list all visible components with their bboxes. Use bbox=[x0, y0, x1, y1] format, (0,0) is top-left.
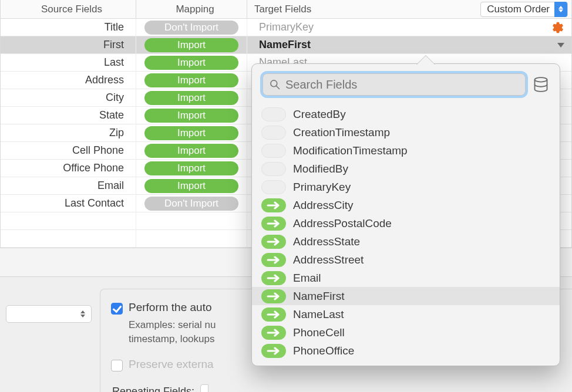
source-field-label: Cell Phone bbox=[1, 144, 136, 157]
repeating-fields-select[interactable] bbox=[200, 384, 208, 392]
source-field-label: Title bbox=[1, 21, 136, 33]
mapping-pill-cell: Import bbox=[136, 89, 247, 106]
mapped-arrow-icon bbox=[261, 217, 286, 231]
field-name-label: Email bbox=[293, 272, 321, 285]
search-icon bbox=[269, 79, 281, 90]
field-name-label: PhoneOffice bbox=[293, 344, 354, 357]
field-name-label: PhoneCell bbox=[293, 326, 345, 339]
mapping-row[interactable]: FirstImportNameFirst bbox=[1, 36, 571, 54]
repeating-fields-label: Repeating Fields: bbox=[112, 386, 194, 392]
field-name-label: NameLast bbox=[293, 308, 344, 321]
row-tail bbox=[542, 21, 571, 34]
target-field-popover: CreatedByCreationTimestampModificationTi… bbox=[251, 63, 560, 366]
field-name-label: AddressCity bbox=[293, 199, 353, 212]
unmapped-bullet-icon bbox=[261, 144, 286, 158]
unmapped-bullet-icon bbox=[261, 162, 286, 176]
unmapped-bullet-icon bbox=[261, 126, 286, 140]
field-name-label: NameFirst bbox=[293, 290, 345, 303]
source-field-label: First bbox=[1, 39, 136, 51]
field-search-box[interactable] bbox=[263, 73, 526, 96]
mapping-pill-cell: Import bbox=[136, 107, 247, 124]
field-list-item[interactable]: CreatedBy bbox=[252, 105, 560, 123]
field-list-item[interactable]: PhoneOffice bbox=[252, 342, 560, 360]
mapped-arrow-icon bbox=[261, 198, 286, 212]
mapped-arrow-icon bbox=[261, 344, 286, 358]
mapping-pill-cell: Import bbox=[136, 36, 247, 53]
field-search-input[interactable] bbox=[285, 78, 519, 92]
field-list-item[interactable]: AddressState bbox=[252, 232, 560, 251]
field-list-item[interactable]: ModifiedBy bbox=[252, 160, 560, 178]
import-pill[interactable]: Import bbox=[144, 179, 238, 193]
field-list[interactable]: CreatedByCreationTimestampModificationTi… bbox=[252, 103, 560, 360]
source-field-label: Last bbox=[1, 56, 136, 69]
import-pill[interactable]: Import bbox=[144, 144, 238, 158]
updown-arrows-icon bbox=[554, 2, 567, 17]
field-list-item[interactable]: PhoneCell bbox=[252, 323, 560, 342]
field-name-label: PrimaryKey bbox=[293, 181, 351, 194]
import-pill[interactable]: Import bbox=[144, 126, 238, 140]
gear-icon[interactable] bbox=[551, 21, 564, 34]
source-field-label: Zip bbox=[1, 127, 136, 139]
import-pill[interactable]: Import bbox=[144, 38, 238, 52]
field-list-item[interactable]: ModificationTimestamp bbox=[252, 141, 560, 160]
field-list-item[interactable]: PrimaryKey bbox=[252, 178, 560, 196]
target-field-label: NameFirst bbox=[247, 39, 542, 51]
field-list-item[interactable]: Email bbox=[252, 269, 560, 287]
svg-point-2 bbox=[535, 77, 547, 82]
source-fields-header: Source Fields bbox=[1, 4, 136, 15]
mapping-header: Source Fields Mapping Target Fields Cust… bbox=[1, 0, 571, 19]
auto-enter-checkbox[interactable] bbox=[111, 303, 123, 315]
sort-order-select[interactable]: Custom Order bbox=[480, 2, 568, 17]
field-list-item[interactable]: AddressPostalCode bbox=[252, 214, 560, 232]
target-field-label: PrimaryKey bbox=[247, 21, 542, 33]
dont-import-pill[interactable]: Don't Import bbox=[144, 197, 238, 211]
svg-line-1 bbox=[277, 86, 280, 89]
source-field-label: Email bbox=[1, 180, 136, 192]
field-name-label: AddressState bbox=[293, 235, 360, 248]
source-field-label: Last Contact bbox=[1, 197, 136, 209]
unmapped-bullet-icon bbox=[261, 180, 286, 194]
field-list-item[interactable]: AddressCity bbox=[252, 196, 560, 214]
mapping-pill-cell: Don't Import bbox=[136, 195, 247, 212]
field-list-item[interactable]: CreationTimestamp bbox=[252, 123, 560, 141]
mapping-pill-cell: Don't Import bbox=[136, 19, 247, 36]
mapped-arrow-icon bbox=[261, 307, 286, 322]
field-name-label: ModifiedBy bbox=[293, 163, 348, 175]
dont-import-pill[interactable]: Don't Import bbox=[144, 21, 238, 35]
source-field-label: Office Phone bbox=[1, 162, 136, 174]
mapping-pill-cell: Import bbox=[136, 54, 247, 71]
left-stub bbox=[0, 289, 100, 392]
source-field-label: City bbox=[1, 92, 136, 104]
preserve-external-label: Preserve externa bbox=[129, 358, 214, 371]
sort-order-value: Custom Order bbox=[487, 4, 550, 15]
database-icon[interactable] bbox=[533, 76, 549, 93]
field-name-label: AddressPostalCode bbox=[293, 217, 392, 230]
field-name-label: CreatedBy bbox=[293, 108, 346, 121]
mapped-arrow-icon bbox=[261, 326, 286, 340]
row-tail bbox=[542, 43, 571, 48]
import-pill[interactable]: Import bbox=[144, 109, 238, 123]
field-name-label: AddressStreet bbox=[293, 254, 364, 266]
mapping-pill-cell: Import bbox=[136, 142, 247, 159]
mapping-pill-cell: Import bbox=[136, 124, 247, 141]
mapped-arrow-icon bbox=[261, 253, 286, 267]
field-list-item[interactable]: NameLast bbox=[252, 305, 560, 323]
field-list-item[interactable]: NameFirst bbox=[252, 287, 560, 305]
chevron-down-icon[interactable] bbox=[557, 43, 564, 48]
mapping-pill-cell: Import bbox=[136, 160, 247, 177]
unmapped-bullet-icon bbox=[261, 107, 286, 121]
preserve-external-checkbox[interactable] bbox=[111, 360, 123, 371]
target-fields-header: Target Fields bbox=[247, 4, 454, 15]
auto-enter-label: Perform the auto bbox=[129, 301, 212, 314]
field-name-label: CreationTimestamp bbox=[293, 126, 390, 139]
field-list-item[interactable]: AddressStreet bbox=[252, 251, 560, 269]
import-pill[interactable]: Import bbox=[144, 56, 238, 70]
import-pill[interactable]: Import bbox=[144, 91, 238, 105]
import-pill[interactable]: Import bbox=[144, 73, 238, 87]
source-field-label: Address bbox=[1, 74, 136, 86]
mapping-row[interactable]: TitleDon't ImportPrimaryKey bbox=[1, 19, 571, 36]
left-select[interactable] bbox=[6, 305, 92, 323]
field-name-label: ModificationTimestamp bbox=[293, 144, 408, 157]
import-pill[interactable]: Import bbox=[144, 161, 238, 175]
mapped-arrow-icon bbox=[261, 235, 286, 249]
